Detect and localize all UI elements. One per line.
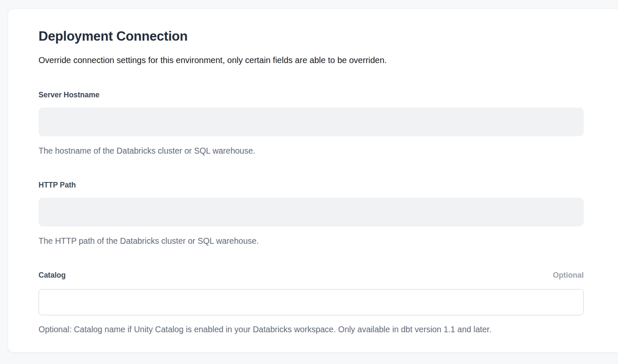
http-path-input — [39, 198, 584, 226]
http-path-help-text: The HTTP path of the Databricks cluster … — [39, 236, 584, 246]
catalog-input[interactable] — [39, 289, 584, 315]
catalog-field-group: Catalog Optional Optional: Catalog name … — [39, 271, 584, 334]
server-hostname-help-text: The hostname of the Databricks cluster o… — [39, 146, 584, 156]
page-subtitle: Override connection settings for this en… — [39, 55, 584, 66]
server-hostname-field-group: Server Hostname The hostname of the Data… — [39, 91, 584, 156]
catalog-help-text: Optional: Catalog name if Unity Catalog … — [39, 324, 584, 334]
http-path-field-group: HTTP Path The HTTP path of the Databrick… — [39, 181, 584, 246]
catalog-label: Catalog — [39, 271, 66, 280]
catalog-optional-tag: Optional — [553, 271, 584, 280]
page-title: Deployment Connection — [39, 29, 584, 44]
server-hostname-input — [39, 108, 584, 136]
http-path-label: HTTP Path — [39, 181, 76, 190]
deployment-connection-card: Deployment Connection Override connectio… — [8, 8, 618, 353]
server-hostname-label: Server Hostname — [39, 91, 99, 99]
